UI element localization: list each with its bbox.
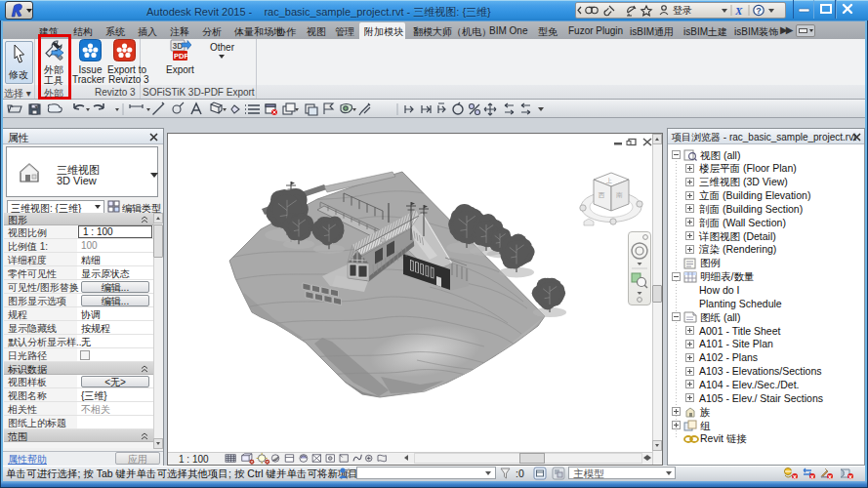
svg-text:x: x: [810, 473, 814, 480]
svg-text:x: x: [793, 473, 797, 480]
svg-text:X: X: [734, 5, 743, 17]
svg-text:PDF: PDF: [174, 52, 188, 61]
svg-text:x: x: [848, 473, 852, 480]
svg-text:x: x: [828, 473, 832, 480]
svg-text:登录: 登录: [673, 5, 692, 16]
svg-text:?: ?: [756, 6, 762, 16]
